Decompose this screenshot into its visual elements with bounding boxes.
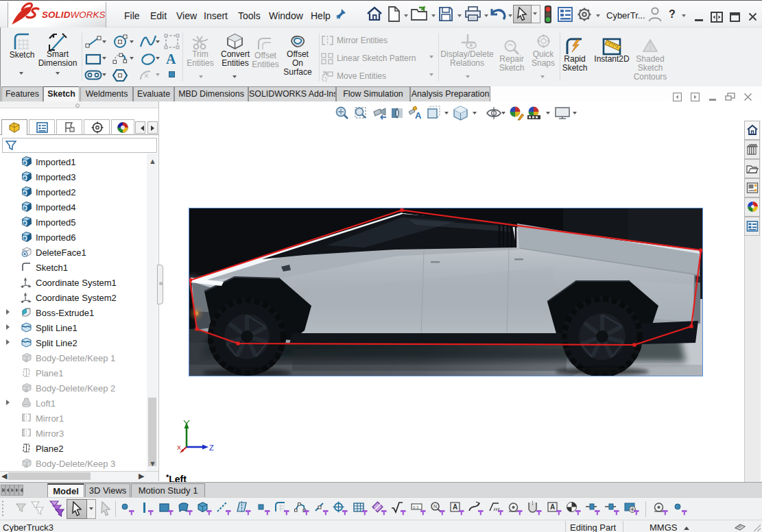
svg-text:A: A	[415, 110, 422, 121]
svg-text:A: A	[453, 503, 457, 511]
svg-text:SOLIDWORKS: SOLIDWORKS	[42, 10, 106, 20]
svg-text:X: X	[177, 444, 181, 451]
svg-text:A: A	[550, 503, 555, 511]
svg-text:0.3: 0.3	[413, 505, 419, 509]
svg-text:Z: Z	[209, 444, 214, 452]
svg-text:N: N	[433, 504, 437, 509]
